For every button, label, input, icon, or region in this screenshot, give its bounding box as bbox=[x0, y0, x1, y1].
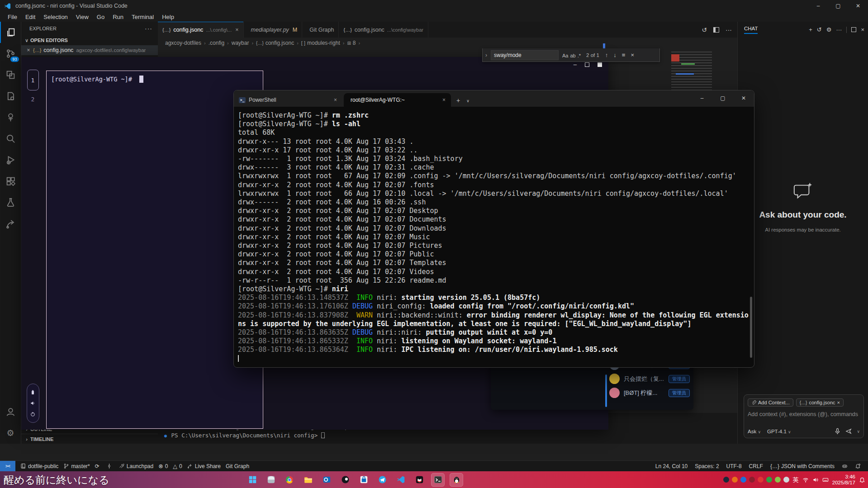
find-toggle[interactable]: Aa bbox=[561, 53, 569, 58]
activity-icon-run-debug[interactable] bbox=[0, 149, 21, 171]
status-item[interactable]: CRLF bbox=[749, 463, 763, 469]
add-context-button[interactable]: Add Context... bbox=[748, 398, 793, 407]
taskbar-app-icon-vscode[interactable] bbox=[394, 474, 407, 486]
minimize-icon[interactable]: – bbox=[808, 0, 828, 12]
gear-icon[interactable]: ⚙ bbox=[826, 26, 832, 33]
model-selector[interactable]: GPT-4.1 ∨ bbox=[767, 429, 791, 434]
remote-indicator[interactable]: >< bbox=[0, 461, 15, 472]
close-icon[interactable]: ✕ bbox=[848, 0, 868, 12]
status-item[interactable]: {…} JSON with Comments bbox=[770, 463, 835, 469]
activity-icon-extensions[interactable] bbox=[0, 171, 21, 192]
status-item[interactable]: Launchpad bbox=[119, 463, 153, 469]
mic-icon[interactable] bbox=[834, 428, 841, 435]
more-actions-icon[interactable]: ··· bbox=[726, 26, 732, 33]
activity-icon-testing[interactable] bbox=[0, 192, 21, 213]
timeline-section[interactable]: › TIMELINE bbox=[21, 434, 158, 444]
maximize-icon[interactable] bbox=[585, 62, 589, 67]
send-icon[interactable] bbox=[845, 428, 852, 435]
context-chip-file[interactable]: {…} config.jsonc × bbox=[796, 398, 844, 407]
menu-item[interactable]: View bbox=[72, 14, 93, 20]
close-icon[interactable]: × bbox=[837, 400, 840, 405]
status-item[interactable] bbox=[842, 463, 848, 469]
status-item[interactable]: ⊗ 0 bbox=[158, 463, 168, 469]
qq-member-row[interactable]: [BØT] 柠檬... 管理员 bbox=[609, 386, 690, 400]
open-editors-section[interactable]: ∨ OPEN EDITORS bbox=[21, 35, 158, 45]
tab-chat[interactable]: CHAT bbox=[744, 26, 758, 34]
collapse-find-icon[interactable]: › bbox=[484, 52, 488, 58]
taskbar-app-icon-dark-app[interactable] bbox=[339, 474, 351, 486]
status-item[interactable]: △ 0 bbox=[173, 463, 182, 469]
send-dropdown-icon[interactable]: ∨ bbox=[857, 429, 860, 434]
editor-tab[interactable]: mediaplayer.py M bbox=[244, 22, 303, 38]
scrollbar-thumb[interactable] bbox=[750, 297, 752, 358]
menu-item[interactable]: Run bbox=[109, 14, 128, 20]
chat-input-box[interactable]: Add Context... {…} config.jsonc × Add co… bbox=[744, 394, 864, 438]
activity-icon-files[interactable] bbox=[0, 22, 21, 43]
find-in-selection-icon[interactable]: ≡ bbox=[621, 52, 627, 58]
menu-item[interactable]: Selection bbox=[39, 14, 71, 20]
tray-app-icon[interactable] bbox=[766, 477, 772, 483]
close-icon[interactable]: × bbox=[861, 26, 864, 33]
touch-keyboard-icon[interactable] bbox=[822, 477, 829, 483]
minimize-icon[interactable]: – bbox=[692, 90, 712, 106]
tray-app-icon[interactable] bbox=[740, 477, 746, 483]
activity-icon-remote-explorer[interactable] bbox=[0, 64, 21, 85]
breadcrumb-item[interactable]: waybar › bbox=[232, 40, 254, 46]
tray-app-icon[interactable] bbox=[758, 477, 764, 483]
activity-icon-config-file[interactable] bbox=[0, 85, 21, 107]
tray-app-icon[interactable] bbox=[775, 477, 781, 483]
previous-match-icon[interactable]: ↑ bbox=[604, 52, 610, 58]
status-item[interactable]: ⟳ bbox=[95, 463, 101, 469]
open-editor-row[interactable]: × {…} config.jsonc agxcoy-dotfiles\.conf… bbox=[21, 45, 158, 55]
more-actions-icon[interactable]: ··· bbox=[836, 26, 842, 33]
close-icon[interactable]: × bbox=[629, 52, 636, 58]
open-editor-area-icon[interactable] bbox=[851, 27, 856, 32]
close-icon[interactable]: ✕ bbox=[733, 90, 754, 106]
niri-terminal-window[interactable]: [root@SilverAg-WTG ~]# bbox=[46, 71, 263, 429]
close-icon[interactable] bbox=[598, 62, 602, 67]
power-icon[interactable] bbox=[30, 411, 36, 417]
volume-icon[interactable] bbox=[30, 400, 36, 406]
workspace-1-button[interactable]: 1 bbox=[27, 70, 39, 90]
status-item[interactable]: Git Graph bbox=[226, 463, 249, 469]
menu-item[interactable]: Go bbox=[93, 14, 109, 20]
restore-icon[interactable]: ▢ bbox=[828, 0, 848, 12]
status-item[interactable]: master* bbox=[63, 463, 90, 469]
activity-icon-todo-tree[interactable] bbox=[0, 107, 21, 128]
taskbar-app-icon-windows-start[interactable] bbox=[246, 474, 259, 486]
taskbar-app-icon-chrome[interactable] bbox=[283, 474, 296, 486]
taskbar-app-icon-file-explorer[interactable] bbox=[302, 474, 314, 486]
find-input[interactable]: sway/mode bbox=[491, 50, 559, 60]
menu-item[interactable]: Edit bbox=[21, 14, 39, 20]
find-toggle[interactable]: ab bbox=[569, 53, 576, 58]
status-item[interactable]: Ln 24, Col 10 bbox=[655, 463, 688, 469]
status-item[interactable]: Spaces: 2 bbox=[695, 463, 719, 469]
taskbar-app-icon-tux[interactable] bbox=[450, 474, 463, 486]
terminal-titlebar[interactable]: >_ PowerShell × root@SilverAg-WTG:~ × + … bbox=[234, 90, 754, 107]
breadcrumb-item[interactable]: .config › bbox=[209, 40, 230, 46]
taskbar-app-icon-terminal[interactable] bbox=[432, 474, 444, 486]
status-item[interactable] bbox=[106, 463, 114, 469]
next-match-icon[interactable]: ↓ bbox=[612, 52, 618, 58]
breadcrumb-item[interactable]: ⊞ 8 › bbox=[347, 40, 361, 46]
menu-item[interactable]: Help bbox=[158, 14, 178, 20]
ime-indicator[interactable]: 英 bbox=[793, 476, 799, 484]
activity-icon-search[interactable] bbox=[0, 128, 21, 149]
status-item[interactable]: Live Share bbox=[187, 463, 221, 469]
timeline-history-icon[interactable]: ↺ bbox=[702, 26, 707, 33]
terminal-tab[interactable]: root@SilverAg-WTG:~ × bbox=[344, 93, 451, 107]
breadcrumb-item[interactable]: {…} config.jsonc › bbox=[256, 40, 299, 46]
new-tab-icon[interactable]: + bbox=[456, 97, 460, 104]
taskbar-app-icon-telegram[interactable] bbox=[376, 474, 389, 486]
terminal-output[interactable]: [root@SilverAg-WTG ~]# rm .zshrc[root@Si… bbox=[234, 107, 754, 368]
breadcrumb-item[interactable]: agxcoy-dotfiles › bbox=[165, 40, 207, 46]
activity-icon-source-control[interactable]: 93 bbox=[0, 43, 21, 64]
find-toggle[interactable]: .* bbox=[577, 53, 582, 58]
minimize-icon[interactable]: – bbox=[574, 61, 577, 68]
taskbar-app-icon-qq[interactable] bbox=[413, 474, 426, 486]
activity-icon-live-share[interactable] bbox=[0, 213, 21, 234]
qq-member-row[interactable]: 只会摆烂（复... 管理员 bbox=[609, 372, 690, 386]
split-editor-icon[interactable] bbox=[713, 27, 719, 33]
tray-app-icon[interactable] bbox=[749, 477, 755, 483]
notification-bell-icon[interactable] bbox=[859, 477, 865, 483]
